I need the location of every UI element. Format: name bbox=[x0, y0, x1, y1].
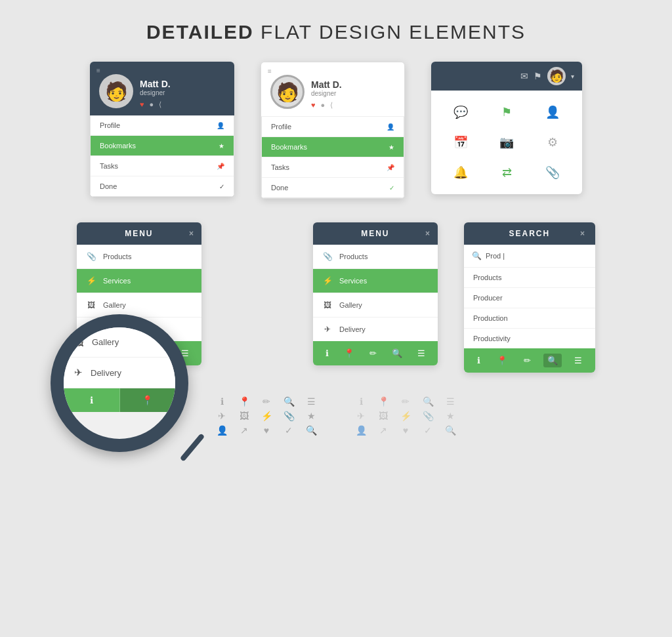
menu-item-gallery-2[interactable]: 🖼 Gallery bbox=[313, 293, 438, 318]
mag-plane-icon: ✈ bbox=[74, 367, 83, 379]
heart-icon-light[interactable]: ♥ bbox=[311, 101, 316, 110]
menu-card-2-header: x MENU × bbox=[313, 222, 438, 245]
chevron-icon[interactable]: ▾ bbox=[571, 73, 574, 80]
search-icon-2[interactable]: 🔍 bbox=[388, 346, 406, 360]
legend-pen: ✏ bbox=[258, 396, 275, 407]
profile-icon-light: 👤 bbox=[387, 123, 394, 131]
legend-clip-2: 📎 bbox=[419, 411, 436, 421]
location-icon-2[interactable]: 📍 bbox=[340, 346, 358, 360]
profile-card-dark: ≡ 🧑 Matt D. designer ♥ ● ⟨ Profile👤 bbox=[90, 62, 234, 197]
menu-item-done-dark[interactable]: Done✓ bbox=[91, 176, 234, 196]
location-icon-search[interactable]: 📍 bbox=[493, 354, 511, 367]
menu-card-2-footer: ℹ 📍 ✏ 🔍 ☰ bbox=[313, 341, 438, 365]
legend-info-2: ℹ bbox=[352, 396, 369, 407]
search-close-icon[interactable]: × bbox=[580, 229, 586, 238]
hamburger-icon-dark: ≡ bbox=[96, 67, 100, 74]
mag-info-btn[interactable]: ℹ bbox=[64, 388, 120, 412]
legend-share: ↗ bbox=[236, 425, 253, 436]
mag-footer: ℹ 📍 bbox=[64, 388, 175, 412]
close-icon-1[interactable]: × bbox=[189, 229, 195, 238]
magnifier-inner: 🖼 Gallery ✈ Delivery ℹ 📍 bbox=[64, 327, 175, 439]
done-icon-light: ✓ bbox=[389, 184, 394, 192]
mag-gallery-item[interactable]: 🖼 Gallery bbox=[64, 327, 175, 358]
search-result-products[interactable]: Products bbox=[464, 268, 595, 288]
legend-check: ✓ bbox=[280, 425, 297, 436]
calendar-icon[interactable]: 📅 bbox=[438, 127, 484, 157]
menu-card-1-header: x MENU × bbox=[77, 222, 201, 245]
bell-icon[interactable]: 🔔 bbox=[438, 157, 484, 188]
menu-item-done-light[interactable]: Done✓ bbox=[262, 178, 404, 197]
info-icon-2[interactable]: ℹ bbox=[322, 346, 333, 360]
menu-item-profile-light[interactable]: Profile👤 bbox=[262, 117, 404, 137]
person-icon[interactable]: 👤 bbox=[530, 97, 576, 127]
icon-legend-1: ℹ 📍 ✏ 🔍 ☰ ✈ 🖼 ⚡ 📎 ★ 👤 ↗ ♥ ✓ 🔍 bbox=[213, 396, 320, 436]
search-result-producer[interactable]: Producer bbox=[464, 288, 595, 308]
share-icon-light[interactable]: ⟨ bbox=[330, 101, 333, 110]
menu-item-profile-dark[interactable]: Profile👤 bbox=[91, 115, 234, 136]
speech-icon[interactable]: 💬 bbox=[438, 97, 484, 127]
clip-icon[interactable]: 📎 bbox=[530, 157, 576, 188]
search-result-production[interactable]: Production bbox=[464, 308, 595, 329]
info-icon-search[interactable]: ℹ bbox=[473, 354, 484, 367]
menu-item-bookmarks-light[interactable]: Bookmarks★ bbox=[262, 137, 404, 157]
legend-info: ℹ bbox=[213, 396, 230, 407]
menu-item-services-2[interactable]: ⚡ Services bbox=[313, 269, 438, 293]
search-card-footer: ℹ 📍 ✏ 🔍 ☰ bbox=[464, 348, 595, 373]
legend-star-2: ★ bbox=[442, 411, 459, 421]
close-icon-2[interactable]: × bbox=[425, 229, 431, 238]
dot-icon-light[interactable]: ● bbox=[321, 101, 326, 110]
legend-pin: 📍 bbox=[236, 396, 253, 407]
search-input[interactable] bbox=[486, 252, 587, 260]
gear-icon[interactable]: ⚙ bbox=[530, 127, 576, 157]
menu-item-services-1-active[interactable]: ⚡ Services bbox=[77, 269, 201, 293]
search-title: SEARCH bbox=[509, 229, 551, 238]
search-result-productivity[interactable]: Productivity bbox=[464, 329, 595, 348]
search-input-row: 🔍 bbox=[464, 245, 595, 268]
star-icon-light: ★ bbox=[388, 144, 394, 151]
legend-pen-2: ✏ bbox=[397, 396, 414, 407]
title-rest: FLAT DESIGN ELEMENTS bbox=[254, 21, 526, 43]
search-icon-search-active[interactable]: 🔍 bbox=[543, 354, 562, 367]
menu-item-products-2[interactable]: 📎 Products bbox=[313, 245, 438, 269]
menu-item-bookmarks-dark[interactable]: Bookmarks★ bbox=[91, 136, 234, 156]
hamburger-icon-search[interactable]: ☰ bbox=[570, 354, 586, 367]
menu-card-2: x MENU × 📎 Products ⚡ Services 🖼 Gallery… bbox=[313, 222, 438, 365]
done-icon-dark: ✓ bbox=[219, 183, 224, 190]
camera-icon[interactable]: 📷 bbox=[484, 127, 530, 157]
arrows-icon[interactable]: ⇄ bbox=[484, 157, 530, 188]
star-icon-dark: ★ bbox=[219, 142, 224, 150]
edit-icon-2[interactable]: ✏ bbox=[366, 346, 381, 360]
hamburger-icon-2[interactable]: ☰ bbox=[413, 346, 429, 360]
profile-card-light: ≡ 🧑 Matt D. designer ♥ ● ⟨ Profile👤 bbox=[261, 62, 405, 199]
legend-person: 👤 bbox=[213, 425, 230, 436]
gallery-icon-1: 🖼 bbox=[86, 300, 96, 310]
title-bold: DETAILED bbox=[146, 21, 254, 43]
heart-icon-dark[interactable]: ♥ bbox=[140, 100, 144, 109]
menu-item-tasks-light[interactable]: Tasks📌 bbox=[262, 157, 404, 178]
share-icon-dark[interactable]: ⟨ bbox=[159, 100, 161, 109]
menu-item-products-1[interactable]: 📎 Products bbox=[77, 245, 201, 269]
avatar-header[interactable]: 🧑 bbox=[547, 67, 566, 85]
icon-grid-body: 💬 ⚑ 👤 📅 📷 ⚙ 🔔 ⇄ 📎 bbox=[431, 91, 582, 194]
mag-delivery-item[interactable]: ✈ Delivery bbox=[64, 358, 175, 388]
legend-magnify-2: 🔍 bbox=[442, 425, 459, 436]
legend-menu-2: ☰ bbox=[442, 396, 459, 407]
flag-icon-header[interactable]: ⚑ bbox=[534, 71, 542, 81]
edit-icon-search[interactable]: ✏ bbox=[520, 354, 535, 367]
avatar-light: 🧑 bbox=[270, 75, 304, 109]
menu-item-tasks-dark[interactable]: Tasks📌 bbox=[91, 156, 234, 176]
icon-grid-header: ✉ ⚑ 🧑 ▾ bbox=[431, 62, 582, 91]
menu-title-1: MENU bbox=[125, 229, 153, 238]
search-magnifier-icon: 🔍 bbox=[472, 251, 482, 260]
menu-item-delivery-2[interactable]: ✈ Delivery bbox=[313, 318, 438, 341]
flag-icon-grid[interactable]: ⚑ bbox=[484, 97, 530, 127]
mail-icon[interactable]: ✉ bbox=[520, 71, 528, 81]
legend-pin-2: 📍 bbox=[375, 396, 392, 407]
icon-grid-card: ✉ ⚑ 🧑 ▾ 💬 ⚑ 👤 📅 📷 ⚙ 🔔 ⇄ 📎 bbox=[431, 62, 582, 194]
legend-plane: ✈ bbox=[213, 411, 230, 421]
legend-person-2: 👤 bbox=[352, 425, 369, 436]
dot-icon-dark[interactable]: ● bbox=[150, 100, 154, 109]
search-card: x SEARCH × 🔍 Products Producer Productio… bbox=[464, 222, 595, 373]
profile-icon-dark: 👤 bbox=[217, 122, 224, 129]
mag-location-btn[interactable]: 📍 bbox=[120, 388, 176, 412]
